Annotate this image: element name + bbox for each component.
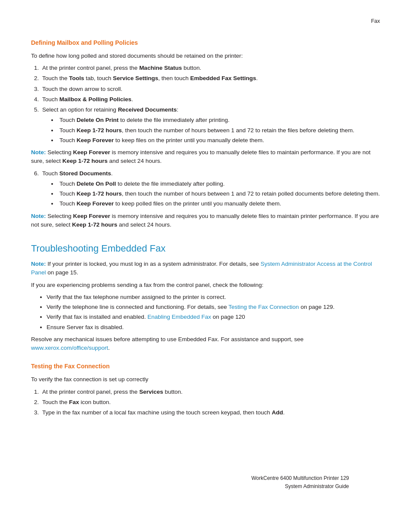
section2-intro: If you are experiencing problems sending… <box>31 281 380 289</box>
section1-step6: Touch Stored Documents. Touch Delete On … <box>31 169 380 208</box>
section2-note: Note: If your printer is locked, you mus… <box>31 260 380 277</box>
bullet3-bold: Keep Forever <box>77 137 114 143</box>
bullet-delete-on-print: Touch Delete On Print to delete the file… <box>58 116 380 124</box>
section3-steps: At the printer control panel, press the … <box>31 388 380 417</box>
page-header: Fax <box>31 17 380 25</box>
step6-bullets: Touch Delete On Poll to delete the file … <box>42 180 380 208</box>
section3-step1-bold: Services <box>139 389 163 395</box>
step4-bold: Mailbox & Polling Policies <box>59 96 131 103</box>
bullet-delete-on-poll: Touch Delete On Poll to delete the file … <box>58 180 380 188</box>
section2-heading: Troubleshooting Embedded Fax <box>31 241 380 255</box>
note2: Note: Selecting Keep Forever is memory i… <box>31 212 380 230</box>
bullet5-bold: Keep 1-72 hours <box>77 190 122 197</box>
section3-step3: Type in the fax number of a local fax ma… <box>40 408 380 417</box>
header-fax-label: Fax <box>371 18 380 24</box>
testing-fax-link[interactable]: Testing the Fax Connection <box>228 304 299 310</box>
footer-line2: System Administrator Guide <box>251 482 349 491</box>
resolve-text: Resolve any mechanical issues before att… <box>31 335 380 353</box>
section3-step3-bold: Add <box>272 409 283 416</box>
section1-heading: Defining Mailbox and Polling Policies <box>31 38 380 47</box>
footer-line1: WorkCentre 6400 Multifunction Printer 12… <box>251 474 349 482</box>
bullet4-bold: Delete On Poll <box>77 180 116 187</box>
bullet-verify-installed: Verify that fax is installed and enabled… <box>47 313 380 321</box>
note1-bold1: Keep Forever <box>73 149 110 156</box>
note1: Note: Selecting Keep Forever is memory i… <box>31 148 380 166</box>
step3: Touch the down arrow to scroll. <box>40 85 380 93</box>
note1-bold2: Keep 1-72 hours <box>62 158 108 164</box>
section3-step2-bold: Fax <box>69 399 79 405</box>
step2: Touch the Tools tab, touch Service Setti… <box>40 74 380 83</box>
section1-steps: At the printer control panel, press the … <box>31 64 380 145</box>
step2-bold2: Service Settings <box>113 75 158 81</box>
step5-bullets: Touch Delete On Print to delete the file… <box>42 116 380 145</box>
step1-bold: Machine Status <box>139 65 182 71</box>
bullet-keep-forever: Touch Keep Forever to keep files on the … <box>58 136 380 145</box>
step2-bold1: Tools <box>69 75 84 81</box>
enabling-fax-link[interactable]: Enabling Embedded Fax <box>147 314 211 320</box>
bullet-keep-1-72: Touch Keep 1-72 hours, then touch the nu… <box>58 126 380 135</box>
bullet-verify-line: Verify the telephone line is connected a… <box>47 303 380 311</box>
step1: At the printer control panel, press the … <box>40 64 380 72</box>
step4: Touch Mailbox & Polling Policies. <box>40 95 380 104</box>
bullet2-bold: Keep 1-72 hours <box>77 127 122 134</box>
note2-bold1: Keep Forever <box>73 213 110 219</box>
step2-bold3: Embedded Fax Settings <box>190 75 256 81</box>
system-admin-link[interactable]: System Administrator Access at the Contr… <box>31 261 372 276</box>
note1-label: Note: <box>31 149 46 156</box>
section3-heading: Testing the Fax Connection <box>31 362 380 371</box>
section3-step1: At the printer control panel, press the … <box>40 388 380 396</box>
section2-note-label: Note: <box>31 261 46 267</box>
bullet-verify-number: Verify that the fax telephone number ass… <box>47 293 380 302</box>
step5-bold: Received Documents <box>118 106 177 113</box>
section1-intro: To define how long polled and stored doc… <box>31 52 380 60</box>
note2-label: Note: <box>31 213 46 219</box>
xerox-support-link[interactable]: www.xerox.com/office/support <box>31 345 108 351</box>
section3-step2: Touch the Fax icon button. <box>40 398 380 407</box>
step6: Touch Stored Documents. Touch Delete On … <box>40 169 380 208</box>
step6-bold: Stored Documents <box>59 170 111 177</box>
page-footer: WorkCentre 6400 Multifunction Printer 12… <box>251 474 349 491</box>
bullet6-bold: Keep Forever <box>77 200 114 207</box>
bullet1-bold: Delete On Print <box>77 117 119 123</box>
bullet-keep-1-72-b: Touch Keep 1-72 hours, then touch the nu… <box>58 190 380 198</box>
bullet-ensure-server: Ensure Server fax is disabled. <box>47 323 380 332</box>
bullet-keep-forever-b: Touch Keep Forever to keep polled files … <box>58 199 380 208</box>
step5: Select an option for retaining Received … <box>40 106 380 145</box>
section2-bullets: Verify that the fax telephone number ass… <box>31 293 380 332</box>
section3-intro: To verify the fax connection is set up c… <box>31 375 380 384</box>
note2-bold2: Keep 1-72 hours <box>72 221 117 228</box>
